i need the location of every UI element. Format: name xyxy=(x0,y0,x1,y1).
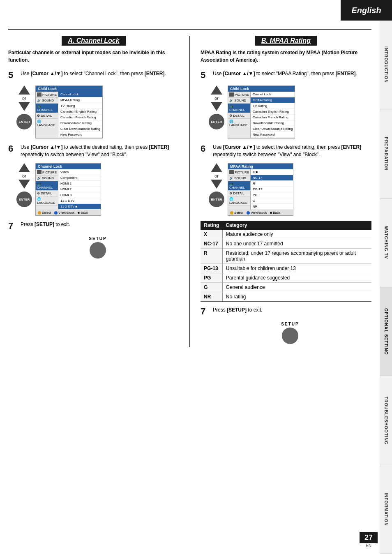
remote-up-down-4: or ENTER xyxy=(209,163,224,207)
category-pg: Parental guidance suggested xyxy=(222,273,371,283)
table-row: X Mature audience only xyxy=(201,230,371,239)
setup-btn-channel xyxy=(90,242,106,259)
setup-btn-mpaa xyxy=(282,328,298,344)
setup-label-channel: SETUP xyxy=(16,236,179,241)
category-pg13: Unsuitable for children under 13 xyxy=(222,264,371,273)
step5-mpaa-num: 5 xyxy=(201,70,209,81)
step5-num: 5 xyxy=(8,70,16,81)
category-x: Mature audience only xyxy=(222,230,371,239)
table-header-rating: Rating xyxy=(201,221,222,230)
rating-r: R xyxy=(201,249,222,264)
tab-watching-tv[interactable]: WATCHING TV xyxy=(380,199,392,287)
remote-enter-btn-1: ENTER xyxy=(16,114,32,129)
tab-information[interactable]: INFORMATION xyxy=(380,465,392,554)
channel-lock-menu2: Channel Lock PICTURE 🔊 SOUND 📺 CHANNEL ⚙… xyxy=(35,163,101,216)
step6-mpaa-num: 6 xyxy=(201,143,209,158)
page-number: 27 xyxy=(360,532,378,543)
rating-nc17: NC-17 xyxy=(201,239,222,249)
mpaa-rating-table: Rating Category X Mature audience only N… xyxy=(201,221,371,302)
table-header-category: Category xyxy=(222,221,371,230)
step6-mpaa-menu-area: or ENTER MPAA Rating PICTURE 🔊 SOUND 📺 C… xyxy=(209,163,371,216)
table-row: NR No rating xyxy=(201,292,371,302)
remote-down-btn-4 xyxy=(211,180,222,189)
step7-mpaa: 7 Press [SETUP] to exit. xyxy=(201,306,371,317)
step7-text: Press [SETUP] to exit. xyxy=(21,221,179,231)
step5-channel: 5 Use [Cursor ▲/▼] to select "Channel Lo… xyxy=(8,70,179,81)
step7-mpaa-text: Press [SETUP] to exit. xyxy=(213,306,371,317)
remote-enter-btn-3: ENTER xyxy=(209,114,224,129)
remote-enter-btn-2: ENTER xyxy=(16,192,32,207)
rating-g: G xyxy=(201,283,222,292)
step5-text: Use [Cursor ▲/▼] to select "Channel Lock… xyxy=(21,70,179,81)
step6-channel: 6 Use [Cursor ▲/▼] to select the desired… xyxy=(8,143,179,158)
remote-up-btn-1 xyxy=(18,85,30,95)
tab-troubleshooting[interactable]: TROUBLESHOOTING xyxy=(380,376,392,465)
rating-x: X xyxy=(201,230,222,239)
setup-area-channel: SETUP xyxy=(16,236,179,259)
table-row: G General audience xyxy=(201,283,371,292)
step6-mpaa: 6 Use [Cursor ▲/▼] to select the desired… xyxy=(201,143,371,158)
category-nr: No rating xyxy=(222,292,371,302)
category-nc17: No one under 17 admitted xyxy=(222,239,371,249)
step6-text: Use [Cursor ▲/▼] to select the desired r… xyxy=(21,143,179,158)
page-lang: EN xyxy=(366,543,371,548)
remote-down-btn-1 xyxy=(18,102,30,111)
category-r: Restricted; under 17 requires accompanyi… xyxy=(222,249,371,264)
remote-enter-btn-4: ENTER xyxy=(209,192,224,207)
channel-lock-title: A. Channel Lock xyxy=(62,36,125,46)
step7-num: 7 xyxy=(8,221,16,231)
tab-introduction[interactable]: INTRODUCTION xyxy=(380,21,392,109)
setup-area-mpaa: SETUP xyxy=(209,322,371,344)
table-row: PG Parental guidance suggested xyxy=(201,273,371,283)
remote-up-down-2: or ENTER xyxy=(16,163,32,207)
remote-down-btn-3 xyxy=(211,102,222,111)
side-tabs: INTRODUCTION PREPARATION WATCHING TV OPT… xyxy=(380,21,392,554)
remote-down-btn-2 xyxy=(18,180,30,189)
page-number-area: 27 EN xyxy=(360,532,378,548)
remote-up-down-3: or ENTER xyxy=(209,85,224,129)
tab-preparation[interactable]: PREPARATION xyxy=(380,109,392,198)
step6-channel-menu-area: or ENTER Channel Lock PICTURE 🔊 SOUND 📺 … xyxy=(16,163,179,216)
step5-channel-menu-area: or ENTER Child Lock PICTURE 🔊 SOUND 📺 CH… xyxy=(16,85,179,138)
channel-lock-menu1: Child Lock PICTURE 🔊 SOUND 📺 CHANNEL ⚙ D… xyxy=(35,85,103,138)
step5-mpaa-menu-area: or ENTER Child Lock PICTURE 🔊 SOUND 📺 CH… xyxy=(209,85,371,138)
table-row: NC-17 No one under 17 admitted xyxy=(201,239,371,249)
channel-lock-desc: Particular channels or external input mo… xyxy=(8,49,179,64)
table-row: PG-13 Unsuitable for children under 13 xyxy=(201,264,371,273)
channel-lock-section: A. Channel Lock Particular channels or e… xyxy=(8,36,179,347)
remote-up-btn-2 xyxy=(18,163,30,172)
mpaa-rating-desc: MPAA Rating is the rating system created… xyxy=(201,49,371,64)
main-content: A. Channel Lock Particular channels or e… xyxy=(0,0,380,353)
rating-pg13: PG-13 xyxy=(201,264,222,273)
step6-mpaa-text: Use [Cursor ▲/▼] to select the desired r… xyxy=(213,143,371,158)
setup-label-mpaa: SETUP xyxy=(209,322,371,326)
step6-num: 6 xyxy=(8,143,16,158)
two-column-layout: A. Channel Lock Particular channels or e… xyxy=(8,36,371,347)
rating-pg: PG xyxy=(201,273,222,283)
vertical-divider xyxy=(189,36,190,347)
remote-up-down-1: or ENTER xyxy=(16,85,32,129)
step5-mpaa-text: Use [Cursor ▲/▼] to select "MPAA Rating"… xyxy=(213,70,371,81)
step7-channel: 7 Press [SETUP] to exit. xyxy=(8,221,179,231)
rating-nr: NR xyxy=(201,292,222,302)
table-row: R Restricted; under 17 requires accompan… xyxy=(201,249,371,264)
mpaa-rating-section: B. MPAA Rating MPAA Rating is the rating… xyxy=(201,36,371,347)
remote-up-btn-4 xyxy=(211,163,222,172)
remote-up-btn-3 xyxy=(211,85,222,95)
mpaa-menu2: MPAA Rating PICTURE 🔊 SOUND 📺 CHANNEL ⚙ … xyxy=(228,163,293,216)
mpaa-rating-title: B. MPAA Rating xyxy=(255,36,317,46)
step7-mpaa-num: 7 xyxy=(201,306,209,317)
tab-optional-setting[interactable]: OPTIONAL SETTING xyxy=(380,287,392,376)
category-g: General audience xyxy=(222,283,371,292)
mpaa-menu1: Child Lock PICTURE 🔊 SOUND 📺 CHANNEL ⚙ D… xyxy=(228,85,295,138)
step5-mpaa: 5 Use [Cursor ▲/▼] to select "MPAA Ratin… xyxy=(201,70,371,81)
